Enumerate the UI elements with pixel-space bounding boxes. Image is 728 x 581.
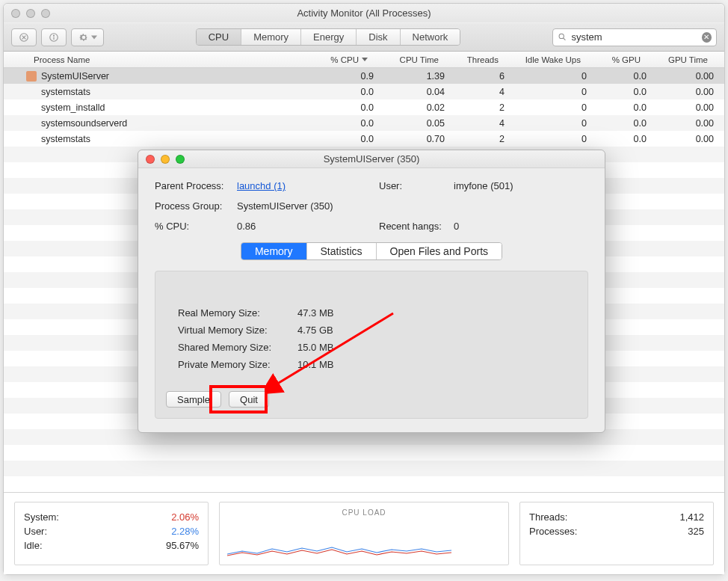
col-idle-wakeups[interactable]: Idle Wake Ups [505,55,587,64]
value-process-group: SystemUIServer (350) [237,200,379,212]
close-icon[interactable] [11,9,20,18]
cell-cputime: 0.02 [374,102,445,113]
table-row[interactable]: systemsoundserverd0.00.05400.00.00 [4,115,724,131]
col-cpu[interactable]: % CPU [314,55,374,64]
cell-cputime: 1.39 [374,71,445,82]
label-shared-memory: Shared Memory Size: [178,342,297,353]
cell-cpu: 0.0 [314,134,374,144]
label-private-memory: Private Memory Size: [178,359,297,370]
table-row[interactable]: system_installd0.00.02200.00.00 [4,99,724,115]
clear-search-icon[interactable]: ✕ [702,32,712,43]
cell-threads: 4 [445,118,505,129]
process-name: systemstats [41,134,90,144]
gear-button[interactable] [71,28,104,46]
detail-title: SystemUIServer (350) [324,153,420,165]
label-processes: Processes: [529,526,577,537]
tab-memory-detail[interactable]: Memory [241,243,307,259]
titlebar: Activity Monitor (All Processes) [4,4,724,23]
label-virtual-memory: Virtual Memory Size: [178,325,297,336]
col-gpu-time[interactable]: GPU Time [647,55,714,64]
label-recent-hangs: Recent hangs: [379,221,454,232]
close-icon[interactable] [146,155,155,164]
link-parent-process[interactable]: launchd (1) [237,180,286,191]
value-system: 2.06% [146,511,199,523]
tab-open-files-ports[interactable]: Open Files and Ports [377,243,502,259]
cell-gpu: 0.0 [587,118,647,129]
tab-cpu[interactable]: CPU [197,29,241,45]
cell-gpu: 0.0 [587,102,647,113]
value-recent-hangs: 0 [454,221,588,232]
value-processes: 325 [652,526,704,537]
minimize-icon[interactable] [26,9,35,18]
label-system: System: [24,511,59,523]
cell-threads: 2 [445,102,505,113]
value-private-memory: 10.1 MB [297,359,565,370]
quit-button[interactable]: Quit [229,391,269,408]
col-process-name[interactable]: Process Name [4,55,314,64]
sample-button[interactable]: Sample [166,391,221,408]
cell-cpu: 0.9 [314,71,374,82]
process-name: systemstats [41,87,90,97]
label-real-memory: Real Memory Size: [178,307,297,319]
label-parent-process: Parent Process: [155,180,237,191]
process-name: SystemUIServer [41,71,109,82]
toolbar: CPU Memory Energy Disk Network ✕ [4,23,724,52]
maximize-icon[interactable] [41,9,50,18]
cell-threads: 4 [445,87,505,97]
value-user: 2.28% [146,526,199,537]
search-input[interactable] [572,31,697,43]
label-idle: Idle: [24,540,43,551]
cpu-load-title: CPU LOAD [342,508,386,517]
col-threads[interactable]: Threads [445,55,505,64]
col-cpu-time[interactable]: CPU Time [374,55,445,64]
minimize-icon[interactable] [161,155,170,164]
label-user: User: [24,526,47,537]
value-idle: 95.67% [146,540,199,551]
sort-caret-icon [362,58,368,61]
svg-line-7 [564,38,566,40]
search-field[interactable]: ✕ [552,28,717,46]
cell-idle: 0 [505,102,587,113]
info-button[interactable] [41,28,67,46]
col-gpu[interactable]: % GPU [587,55,647,64]
cell-gputime: 0.00 [647,87,714,97]
stop-process-button[interactable] [11,28,37,46]
table-row[interactable]: systemstats0.00.04400.00.00 [4,84,724,99]
process-detail-window: SystemUIServer (350) Parent Process: lau… [138,150,605,433]
cell-gputime: 0.00 [647,134,714,144]
value-virtual-memory: 4.75 GB [297,325,565,336]
cell-idle: 0 [505,87,587,97]
cpu-load-chart-icon [227,529,451,559]
value-real-memory: 47.3 MB [297,307,565,319]
tab-memory[interactable]: Memory [241,29,301,45]
cpu-load-graph: CPU LOAD [219,502,509,565]
value-threads: 1,412 [652,511,704,523]
process-name: systemsoundserverd [41,118,127,129]
cell-cputime: 0.04 [374,87,445,97]
cell-cpu: 0.0 [314,87,374,97]
search-icon [558,32,567,42]
value-user: imyfone (501) [454,180,588,191]
tab-energy[interactable]: Energy [301,29,357,45]
cell-gputime: 0.00 [647,102,714,113]
cell-gputime: 0.00 [647,118,714,129]
cell-idle: 0 [505,118,587,129]
table-row[interactable]: systemstats0.00.70200.00.00 [4,131,724,147]
tab-statistics[interactable]: Statistics [307,243,377,259]
detail-info: Parent Process: launchd (1) User: imyfon… [155,180,588,232]
cell-gpu: 0.0 [587,87,647,97]
tab-network[interactable]: Network [401,29,460,45]
svg-point-5 [54,35,55,36]
maximize-icon[interactable] [176,155,185,164]
table-row[interactable]: SystemUIServer0.91.39600.00.00 [4,68,724,84]
cell-gpu: 0.0 [587,71,647,82]
category-tabs: CPU Memory Energy Disk Network [196,28,461,46]
tab-disk[interactable]: Disk [357,29,400,45]
column-header: Process Name % CPU CPU Time Threads Idle… [4,52,724,68]
cell-cpu: 0.0 [314,118,374,129]
detail-titlebar: SystemUIServer (350) [138,150,605,168]
label-threads: Threads: [529,511,567,523]
value-shared-memory: 15.0 MB [297,342,565,353]
memory-panel: Real Memory Size:47.3 MB Virtual Memory … [155,271,588,419]
label-cpu: % CPU: [155,221,237,232]
